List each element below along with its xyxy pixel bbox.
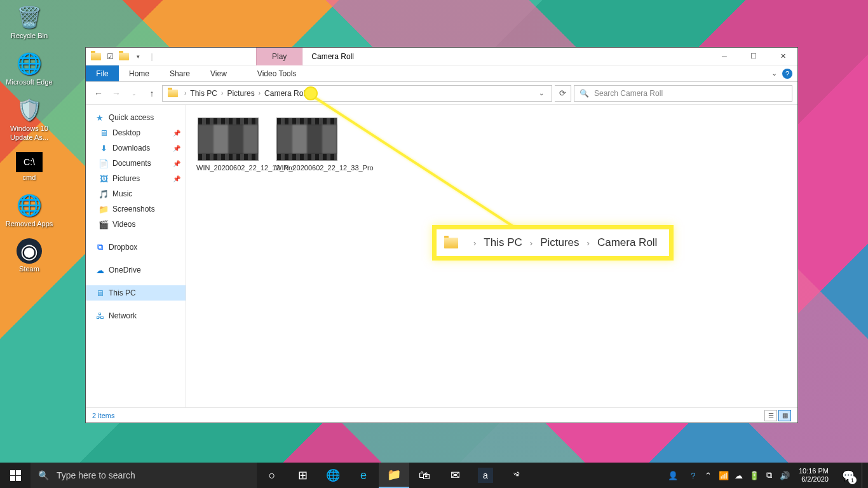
nav-this-pc[interactable]: 🖥This PC [86, 285, 186, 301]
battery-icon[interactable]: 🔋 [747, 463, 762, 488]
qat-dropdown-icon[interactable]: ▾ [133, 51, 143, 62]
annotation-callout: › This PC › Pictures › Camera Roll [432, 225, 674, 261]
pin-icon: 📌 [173, 145, 180, 152]
desktop-icons-container: 🗑️Recycle Bin 🌐Microsoft Edge 🛡️Windows … [4, 4, 55, 283]
help-icon[interactable]: ? [782, 69, 792, 79]
nav-desktop[interactable]: 🖥Desktop📌 [86, 125, 186, 140]
chevron-down-icon[interactable]: ⌄ [771, 69, 777, 78]
recent-locations-dropdown[interactable]: ⌄ [126, 86, 142, 101]
chevron-right-icon[interactable]: › [259, 90, 261, 97]
nav-dropbox[interactable]: ⧉Dropbox [86, 240, 186, 255]
file-item-video[interactable]: WIN_20200602_22_12_12_Pro [195, 118, 261, 172]
file-label: WIN_20200602_22_12_12_Pro [196, 163, 260, 172]
desktop-icon-label: Microsoft Edge [6, 78, 52, 86]
desktop-icon-removed-apps[interactable]: 🌐Removed Apps [4, 192, 55, 228]
shield-icon: 🛡️ [16, 97, 43, 123]
video-tools-contextual-tab[interactable]: Play [256, 48, 302, 65]
ribbon-file-tab[interactable]: File [86, 65, 119, 81]
start-button[interactable] [0, 463, 31, 488]
desktop-icon-label: Recycle Bin [11, 32, 48, 40]
properties-icon[interactable]: ☑ [105, 51, 115, 62]
desktop-icon-recycle-bin[interactable]: 🗑️Recycle Bin [4, 4, 55, 40]
search-icon: 🔍 [580, 89, 589, 98]
breadcrumb-dropdown[interactable]: ⌄ [534, 90, 549, 97]
desktop-icon-edge[interactable]: 🌐Microsoft Edge [4, 50, 55, 86]
videos-icon: 🎬 [98, 219, 109, 229]
new-folder-icon[interactable] [119, 51, 129, 62]
ribbon-video-tools-tab[interactable]: Video Tools [247, 65, 307, 81]
nav-videos[interactable]: 🎬Videos [86, 217, 186, 232]
tray-overflow-icon[interactable]: ⌃ [701, 463, 716, 488]
show-desktop-button[interactable] [862, 463, 865, 488]
refresh-button[interactable]: ⟳ [555, 85, 571, 102]
titlebar[interactable]: ☑ ▾ | Play Camera Roll ─ ☐ ✕ [86, 48, 797, 65]
nav-music[interactable]: 🎵Music [86, 186, 186, 201]
callout-segment: This PC [484, 236, 522, 249]
desktop-icon-cmd[interactable]: C:\cmd [4, 152, 55, 182]
search-icon: 🔍 [38, 470, 49, 480]
pin-icon: 📌 [173, 175, 180, 182]
desktop-icon-label: Removed Apps [6, 220, 53, 228]
nav-screenshots[interactable]: 📁Screenshots [86, 201, 186, 217]
breadcrumb-this-pc[interactable]: This PC [190, 89, 217, 98]
search-input[interactable]: 🔍 Search Camera Roll [574, 85, 792, 102]
notification-badge: 1 [848, 476, 857, 484]
ribbon: File Home Share View Video Tools ⌄ ? [86, 65, 797, 82]
taskbar-ie[interactable]: e [348, 463, 379, 488]
annotation-dot [304, 86, 318, 100]
nav-documents[interactable]: 📄Documents📌 [86, 156, 186, 171]
taskbar-amazon[interactable]: a [478, 468, 493, 483]
taskbar-explorer[interactable]: 📁 [379, 463, 409, 488]
video-thumbnail [276, 118, 337, 161]
nav-onedrive[interactable]: ☁OneDrive [86, 262, 186, 278]
help-tray-icon[interactable]: ? [686, 463, 701, 488]
desktop-icon-update-assistant[interactable]: 🛡️Windows 10 Update As... [4, 97, 55, 141]
wifi-icon[interactable]: 📶 [716, 463, 731, 488]
up-button[interactable]: ↑ [144, 86, 159, 101]
window-title: Camera Roll [302, 52, 710, 61]
taskbar-clock[interactable]: 10:16 PM6/2/2020 [792, 467, 835, 484]
nav-downloads[interactable]: ⬇Downloads📌 [86, 140, 186, 156]
music-icon: 🎵 [98, 189, 109, 199]
item-count: 2 items [92, 412, 114, 419]
chevron-right-icon: › [587, 238, 590, 248]
system-tray: 👤 ? ⌃ 📶 ☁ 🔋 ⧉ 🔊 10:16 PM6/2/2020 💬1 [660, 463, 868, 488]
edge-icon: 🌐 [16, 50, 43, 77]
chevron-right-icon[interactable]: › [184, 90, 186, 97]
action-center-button[interactable]: 💬1 [835, 463, 862, 488]
divider: | [147, 51, 157, 62]
breadcrumb-camera-roll[interactable]: Camera Roll [264, 89, 307, 98]
taskbar-edge[interactable]: 🌐 [318, 463, 348, 488]
nav-pictures[interactable]: 🖼Pictures📌 [86, 171, 186, 186]
windows-logo-icon [10, 470, 21, 481]
breadcrumb-pictures[interactable]: Pictures [227, 89, 254, 98]
close-button[interactable]: ✕ [768, 48, 797, 65]
chevron-right-icon: › [473, 238, 476, 248]
ribbon-home-tab[interactable]: Home [119, 65, 159, 81]
folder-icon[interactable] [91, 51, 101, 62]
taskbar-search[interactable]: 🔍Type here to search [31, 463, 257, 488]
ribbon-share-tab[interactable]: Share [159, 65, 200, 81]
dropbox-tray-icon[interactable]: ⧉ [762, 463, 777, 488]
onedrive-tray-icon[interactable]: ☁ [731, 463, 747, 488]
nav-quick-access[interactable]: ★Quick access [86, 110, 186, 125]
minimize-button[interactable]: ─ [710, 48, 739, 65]
task-view-button[interactable]: ⊞ [287, 463, 318, 488]
desktop-icon-steam[interactable]: ◉Steam [4, 238, 55, 273]
icons-view-button[interactable]: ▦ [778, 410, 791, 421]
ribbon-view-tab[interactable]: View [200, 65, 237, 81]
taskbar-mail[interactable]: ✉ [440, 463, 470, 488]
people-icon[interactable]: 👤 [660, 463, 686, 488]
forward-button[interactable]: → [109, 86, 124, 101]
breadcrumb-bar[interactable]: › This PC › Pictures › Camera Roll ⌄ [162, 85, 552, 102]
volume-icon[interactable]: 🔊 [777, 463, 792, 488]
cortana-button[interactable]: ○ [257, 463, 287, 488]
taskbar-app[interactable]: ༄ [501, 463, 531, 488]
chevron-right-icon[interactable]: › [221, 90, 223, 97]
details-view-button[interactable]: ☰ [764, 410, 777, 421]
taskbar-store[interactable]: 🛍 [409, 463, 440, 488]
back-button[interactable]: ← [91, 86, 106, 101]
maximize-button[interactable]: ☐ [739, 48, 768, 65]
nav-network[interactable]: 🖧Network [86, 308, 186, 323]
file-item-video[interactable]: WIN_20200602_22_12_33_Pro [274, 118, 340, 172]
